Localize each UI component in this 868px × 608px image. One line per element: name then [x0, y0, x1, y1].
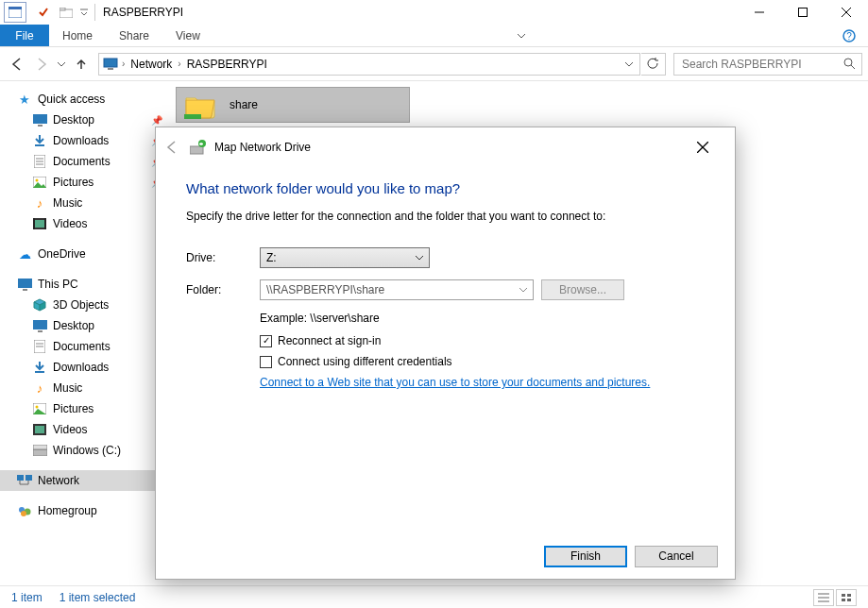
crumb-network[interactable]: Network: [127, 58, 176, 71]
address-bar[interactable]: › Network › RASPBERRYPI: [98, 53, 640, 76]
svg-rect-15: [38, 125, 43, 127]
drive-icon: [32, 443, 47, 458]
tree-pc-3dobjects[interactable]: 3D Objects: [0, 295, 170, 315]
tree-network[interactable]: Network: [0, 470, 170, 491]
search-icon[interactable]: [843, 58, 856, 70]
svg-rect-42: [26, 475, 32, 481]
tree-label: Network: [38, 474, 79, 487]
search-input[interactable]: [680, 57, 843, 72]
tree-pc-pictures[interactable]: Pictures: [0, 398, 170, 419]
help-icon[interactable]: ?: [830, 25, 868, 46]
wizard-back-button[interactable]: [163, 139, 190, 156]
window-titlebar: RASPBERRYPI: [0, 0, 868, 25]
tree-pc-cdrive[interactable]: Windows (C:): [0, 440, 170, 461]
qat-explorer-icon[interactable]: [4, 2, 26, 23]
tree-pc-videos[interactable]: Videos: [0, 419, 170, 440]
nav-up-button[interactable]: [70, 53, 93, 76]
close-button[interactable]: [825, 0, 868, 25]
qat-properties-icon[interactable]: [32, 2, 55, 23]
share-folder-item[interactable]: share: [176, 87, 410, 123]
nav-recent-dropdown[interactable]: [55, 53, 68, 76]
pictures-icon: [32, 175, 47, 190]
svg-point-48: [21, 511, 26, 516]
svg-rect-27: [18, 279, 32, 288]
maximize-button[interactable]: [781, 0, 825, 25]
tree-qa-pictures[interactable]: Pictures📌: [0, 172, 170, 193]
ribbon-tab-home[interactable]: Home: [49, 25, 106, 46]
tree-pc-downloads[interactable]: Downloads: [0, 357, 170, 378]
checkbox-checked-icon[interactable]: ✓: [260, 335, 272, 347]
chevron-down-icon: [519, 286, 527, 294]
pictures-icon: [32, 401, 47, 416]
nav-forward-button[interactable]: [30, 53, 53, 76]
tree-qa-desktop[interactable]: Desktop📌: [0, 110, 170, 130]
search-box[interactable]: [673, 53, 862, 76]
crumb-host[interactable]: RASPBERRYPI: [183, 58, 271, 71]
credentials-label: Connect using different credentials: [278, 355, 452, 368]
svg-rect-41: [17, 475, 24, 481]
tree-this-pc[interactable]: This PC: [0, 274, 170, 295]
tree-label: Pictures: [53, 176, 94, 189]
tree-label: Homegroup: [38, 504, 97, 517]
crumb-chevron[interactable]: ›: [176, 59, 182, 69]
svg-rect-40: [33, 445, 47, 449]
svg-rect-5: [799, 8, 808, 17]
tree-qa-music[interactable]: ♪Music: [0, 193, 170, 213]
view-large-icons-button[interactable]: [836, 589, 857, 606]
item-label: share: [230, 98, 258, 111]
folder-label: Folder:: [186, 283, 260, 296]
tree-onedrive[interactable]: ☁OneDrive: [0, 244, 170, 264]
browse-button[interactable]: Browse...: [541, 279, 624, 300]
reconnect-checkbox-row[interactable]: ✓ Reconnect at sign-in: [260, 334, 705, 347]
tree-quick-access[interactable]: ★ Quick access: [0, 89, 170, 110]
wizard-close-button[interactable]: [697, 142, 727, 153]
svg-rect-24: [35, 220, 44, 228]
connect-website-link[interactable]: Connect to a Web site that you can use t…: [260, 376, 650, 389]
checkbox-unchecked-icon[interactable]: [260, 356, 272, 368]
cube-icon: [32, 297, 47, 312]
svg-rect-57: [190, 146, 203, 154]
refresh-button[interactable]: [641, 53, 666, 76]
tree-label: Videos: [53, 423, 87, 436]
tree-pc-music[interactable]: ♪Music: [0, 378, 170, 398]
svg-rect-1: [9, 7, 22, 9]
wizard-heading: What network folder would you like to ma…: [186, 180, 705, 196]
drive-letter-dropdown[interactable]: Z:: [260, 247, 430, 268]
credentials-checkbox-row[interactable]: Connect using different credentials: [260, 355, 705, 368]
svg-rect-11: [108, 68, 113, 70]
tree-label: Music: [53, 196, 82, 210]
tree-homegroup[interactable]: Homegroup: [0, 500, 170, 521]
svg-point-22: [36, 179, 39, 182]
tree-pc-documents[interactable]: Documents: [0, 336, 170, 357]
star-icon: ★: [17, 92, 32, 107]
minimize-button[interactable]: [738, 0, 781, 25]
videos-icon: [32, 216, 47, 231]
address-dropdown-icon[interactable]: [621, 53, 638, 76]
tree-label: Desktop: [53, 113, 94, 127]
view-details-button[interactable]: [813, 589, 834, 606]
svg-rect-28: [23, 289, 27, 291]
nav-back-button[interactable]: [6, 53, 28, 76]
tree-qa-videos[interactable]: Videos: [0, 213, 170, 234]
ribbon-expand-icon[interactable]: [508, 25, 535, 46]
tree-qa-documents[interactable]: Documents📌: [0, 151, 170, 172]
svg-rect-30: [38, 330, 43, 332]
folder-path-combobox[interactable]: \\RASPBERRYPI\share: [260, 279, 534, 300]
tree-label: Documents: [53, 340, 111, 353]
qat-new-folder-icon[interactable]: [55, 2, 77, 23]
qat-customize-icon[interactable]: [77, 2, 91, 23]
svg-rect-25: [33, 218, 35, 229]
svg-rect-10: [104, 59, 117, 67]
crumb-root-chevron[interactable]: ›: [120, 59, 127, 69]
ribbon-tab-view[interactable]: View: [162, 25, 213, 46]
folder-value: \\RASPBERRYPI\share: [266, 283, 384, 296]
tree-label: Desktop: [53, 319, 94, 332]
finish-button[interactable]: Finish: [544, 546, 627, 567]
tree-qa-downloads[interactable]: Downloads📌: [0, 130, 170, 151]
ribbon-tab-share[interactable]: Share: [106, 25, 162, 46]
downloads-icon: [32, 133, 47, 148]
window-title: RASPBERRYPI: [99, 0, 738, 25]
ribbon-file-tab[interactable]: File: [0, 25, 49, 46]
cancel-button[interactable]: Cancel: [635, 546, 718, 567]
tree-pc-desktop[interactable]: Desktop: [0, 315, 170, 336]
